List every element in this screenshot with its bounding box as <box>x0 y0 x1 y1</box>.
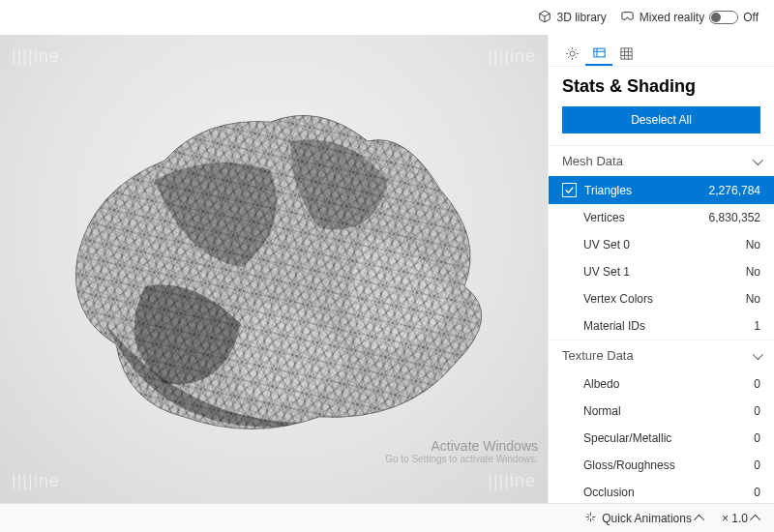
row-label: Triangles <box>584 184 632 197</box>
quick-animations-button[interactable]: Quick Animations <box>584 511 704 526</box>
texture-row-albedo[interactable]: Albedo 0 <box>549 370 774 398</box>
tab-environment[interactable] <box>558 41 585 66</box>
row-label: UV Set 1 <box>583 265 630 279</box>
mixed-reality-button[interactable]: Mixed reality Off <box>620 10 759 26</box>
row-label: Albedo <box>583 377 619 391</box>
section-mesh-title: Mesh Data <box>562 154 623 168</box>
panel-tabs <box>549 35 774 67</box>
svg-rect-2 <box>0 35 548 503</box>
svg-rect-5 <box>620 47 631 58</box>
row-label: Gloss/Roughness <box>583 458 675 472</box>
3d-library-label: 3D library <box>556 11 606 24</box>
row-label: Material IDs <box>583 319 645 333</box>
row-value: 0 <box>754 486 760 499</box>
mesh-row-material-ids[interactable]: Material IDs 1 <box>549 312 774 340</box>
mixed-reality-label: Mixed reality <box>640 11 704 24</box>
row-value: 0 <box>754 377 760 391</box>
headset-icon <box>620 10 635 26</box>
row-value: 2,276,784 <box>709 184 760 197</box>
row-value: No <box>746 238 760 251</box>
row-label: UV Set 0 <box>583 238 630 251</box>
row-value: 0 <box>754 458 760 472</box>
row-label: Vertex Colors <box>583 292 653 306</box>
section-mesh-data[interactable]: Mesh Data <box>549 145 774 176</box>
section-texture-title: Texture Data <box>562 348 634 363</box>
top-toolbar: 3D library Mixed reality Off <box>0 0 774 35</box>
mesh-row-triangles[interactable]: Triangles 2,276,784 <box>549 176 774 204</box>
mesh-row-uvset1[interactable]: UV Set 1 No <box>549 258 774 285</box>
row-value: 6,830,352 <box>709 211 760 224</box>
cube-icon <box>538 10 551 26</box>
status-bar: Quick Animations × 1.0 <box>0 503 774 532</box>
zoom-label: × 1.0 <box>722 512 748 525</box>
chevron-up-icon <box>694 514 704 524</box>
zoom-control[interactable]: × 1.0 <box>722 512 760 525</box>
3d-library-button[interactable]: 3D library <box>538 10 606 26</box>
row-value: No <box>746 292 760 306</box>
chevron-down-icon <box>753 154 763 164</box>
svg-rect-4 <box>593 48 604 57</box>
panel-title: Stats & Shading <box>549 67 774 106</box>
row-label: Specular/Metallic <box>583 431 671 445</box>
properties-sidepanel: Stats & Shading Deselect All Mesh Data T… <box>548 35 774 503</box>
mesh-row-vertex-colors[interactable]: Vertex Colors No <box>549 285 774 312</box>
row-value: 0 <box>754 404 760 418</box>
mesh-row-uvset0[interactable]: UV Set 0 No <box>549 231 774 258</box>
chevron-up-icon <box>750 514 760 524</box>
mesh-row-vertices[interactable]: Vertices 6,830,352 <box>549 204 774 231</box>
chevron-down-icon <box>753 348 763 359</box>
texture-row-occlusion[interactable]: Occlusion 0 <box>549 479 774 503</box>
row-label: Occlusion <box>583 486 635 499</box>
tab-grid[interactable] <box>612 41 640 66</box>
mixed-reality-toggle[interactable] <box>709 11 738 24</box>
texture-row-specular[interactable]: Specular/Metallic 0 <box>549 425 774 452</box>
row-value: No <box>746 265 760 279</box>
row-value: 0 <box>754 431 760 445</box>
svg-point-3 <box>570 51 575 56</box>
texture-row-normal[interactable]: Normal 0 <box>549 398 774 425</box>
texture-row-gloss[interactable]: Gloss/Roughness 0 <box>549 452 774 479</box>
checkbox-checked-icon <box>562 183 577 197</box>
section-texture-data[interactable]: Texture Data <box>549 340 774 370</box>
row-value: 1 <box>754 319 760 333</box>
3d-viewport[interactable]: ||||ine ||||ine ||||ine ||||ine Activate… <box>0 35 548 503</box>
quick-animations-label: Quick Animations <box>602 512 692 525</box>
sparkle-icon <box>584 511 597 526</box>
row-label: Vertices <box>583 211 625 224</box>
row-label: Normal <box>583 404 621 418</box>
tab-stats-shading[interactable] <box>585 41 612 66</box>
deselect-all-button[interactable]: Deselect All <box>562 106 760 133</box>
mixed-reality-state: Off <box>743 11 759 24</box>
